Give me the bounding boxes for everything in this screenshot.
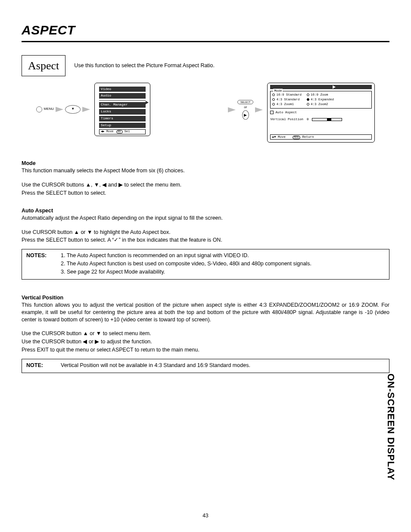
note-list: Vertical Position will not be available …	[61, 362, 250, 370]
page-title: ASPECT	[22, 22, 389, 42]
menu-button-icon	[36, 106, 42, 112]
checkbox-icon	[270, 111, 274, 114]
note-item: 2. The Auto Aspect function is best used…	[61, 260, 311, 268]
list-item-active	[99, 100, 146, 101]
body-text: Use the CURSOR button ◀ or ▶ to adjust t…	[22, 338, 389, 345]
intro-text: Use this function to select the Picture …	[74, 62, 215, 69]
note-label: NOTE:	[26, 362, 52, 370]
arrow-icon	[255, 107, 263, 112]
notes-box: NOTES: 1. The Auto Aspect function is re…	[22, 249, 389, 280]
note-box: NOTE: Vertical Position will not be avai…	[22, 359, 389, 373]
notes-list: 1. The Auto Aspect function is recommend…	[61, 252, 311, 277]
page-number: 43	[0, 512, 411, 519]
body-text: This function allows you to adjust the v…	[22, 302, 389, 324]
mode-legend: Mode	[273, 89, 283, 93]
chevron-right-icon	[333, 85, 336, 89]
note-item: 1. The Auto Aspect function is recommend…	[61, 252, 311, 259]
osd-header	[270, 85, 372, 89]
list-item: Locks	[99, 109, 146, 115]
body-text: Press the SELECT button to select.	[22, 190, 389, 197]
body-text: Press EXIT to quit the menu or select AS…	[22, 346, 389, 354]
list-item: Video	[99, 87, 146, 92]
mode-fieldset: Mode 16:9 Standard 4:3 Standard 4:3 Zoom…	[270, 91, 372, 109]
osd-menu-list: Video Audio Chan. Manager Locks Timers S…	[94, 83, 150, 136]
vertical-position-row: Vertical Position 0	[270, 117, 372, 121]
arrow-icon	[228, 107, 236, 112]
slider-bar	[312, 118, 342, 121]
mode-option: 4:3 Standard	[272, 97, 302, 102]
body-text: Use the CURSOR buttons ▲, ▼, ◀ and ▶ to …	[22, 181, 389, 189]
body-text: Use the CURSOR button ▲ or ▼ to select m…	[22, 330, 389, 337]
select-button-icon: SELECT	[237, 100, 253, 104]
auto-aspect-heading: Auto Aspect	[22, 207, 389, 215]
mode-option: 16:9 Standard	[272, 93, 302, 97]
right-button-icon: ▶	[242, 110, 249, 120]
note-item: Vertical Position will not be available …	[61, 362, 250, 369]
select-group: SELECT or ▶	[237, 100, 253, 120]
side-tab: ON-SCREEN DISPLAY	[384, 373, 397, 480]
menu-label: MENU	[44, 107, 54, 112]
osd-detail-footer: ▲▼ Move MENU Return	[270, 134, 372, 140]
remote-group: MENU ▼	[36, 105, 90, 114]
mode-option: 4:3 Zoom2	[307, 102, 334, 106]
arrow-icon	[56, 107, 63, 112]
mode-option: 16:9 Zoom	[307, 93, 334, 97]
osd-detail-panel: Mode 16:9 Standard 4:3 Standard 4:3 Zoom…	[267, 83, 375, 143]
note-item: 3. See page 22 for Aspect Mode availabil…	[61, 268, 311, 276]
intro-row: Aspect Use this function to select the P…	[22, 55, 389, 76]
mode-option: 4:3 Expanded	[307, 97, 334, 102]
osd-list-footer: ◀▶ Move SEL Sel	[99, 129, 146, 134]
body-text: Use CURSOR button ▲ or ▼ to highlight th…	[22, 229, 389, 236]
arrow-icon	[82, 107, 90, 112]
list-item: Audio	[99, 93, 146, 99]
or-label: or	[244, 105, 247, 110]
mode-option: 4:3 Zoom1	[272, 102, 302, 106]
aspect-box-label: Aspect	[22, 55, 65, 76]
diagram-row: MENU ▼ Video Audio Chan. Manager Locks T…	[22, 83, 389, 143]
chevron-right-icon	[146, 101, 149, 104]
vertical-position-heading: Vertical Position	[22, 294, 389, 302]
list-item: Timers	[99, 116, 146, 121]
cursor-pad-icon: ▼	[65, 105, 81, 114]
list-item: Chan. Manager	[99, 102, 146, 108]
list-item: Setup	[99, 123, 146, 128]
body-text: Press the SELECT button to select. A “✓”…	[22, 236, 389, 244]
body-text: This function manually selects the Aspec…	[22, 167, 389, 174]
notes-label: NOTES:	[26, 252, 52, 277]
mode-heading: Mode	[22, 160, 389, 167]
body-text: Automatically adjust the Aspect Ratio de…	[22, 215, 389, 222]
auto-aspect-row: Auto Aspect	[270, 110, 372, 115]
